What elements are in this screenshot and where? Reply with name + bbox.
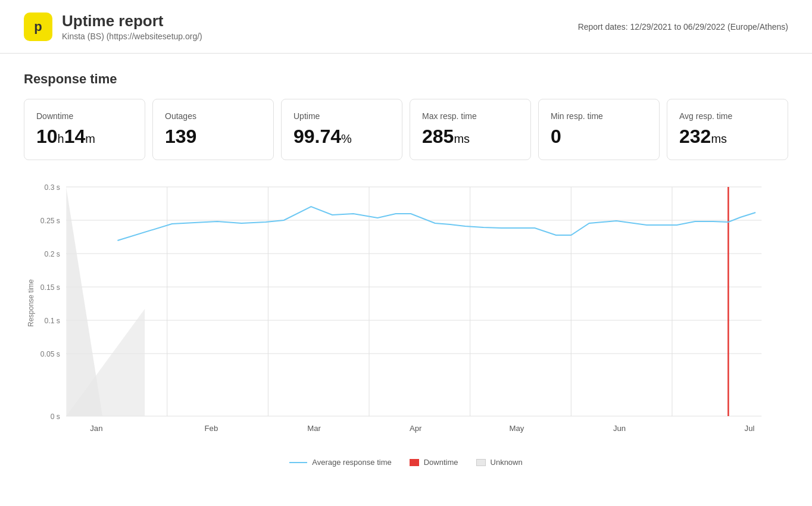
stat-avg-resp: Avg resp. time 232ms — [667, 99, 788, 160]
stat-max-resp: Max resp. time 285ms — [410, 99, 531, 160]
svg-text:Jul: Jul — [745, 424, 755, 433]
svg-text:Jun: Jun — [613, 424, 626, 433]
svg-text:0.1 s: 0.1 s — [45, 317, 60, 325]
page-subtitle: Kinsta (BS) (https://websitesetup.org/) — [62, 32, 202, 41]
stat-downtime-value: 10h14m — [36, 126, 133, 148]
stat-max-resp-value: 285ms — [422, 126, 519, 148]
legend-avg-line — [289, 462, 307, 463]
svg-text:0.15 s: 0.15 s — [40, 283, 60, 292]
legend-downtime-box — [410, 459, 419, 466]
svg-text:0.2 s: 0.2 s — [45, 250, 60, 258]
svg-text:Mar: Mar — [307, 424, 321, 433]
stat-uptime: Uptime 99.74% — [281, 99, 402, 160]
legend-avg-response: Average response time — [289, 458, 391, 467]
legend-avg-label: Average response time — [312, 458, 391, 467]
response-time-chart: 0.3 s 0.25 s 0.2 s 0.15 s 0.1 s 0.05 s 0… — [24, 178, 788, 452]
svg-text:Response time: Response time — [27, 279, 35, 327]
chart-container: 0.3 s 0.25 s 0.2 s 0.15 s 0.1 s 0.05 s 0… — [24, 178, 788, 452]
legend-unknown: Unknown — [476, 458, 523, 467]
stat-min-resp: Min resp. time 0 — [538, 99, 660, 160]
svg-text:Apr: Apr — [410, 424, 422, 433]
legend-unknown-box — [476, 459, 486, 466]
stat-downtime: Downtime 10h14m — [24, 99, 145, 160]
legend-unknown-label: Unknown — [491, 458, 523, 467]
svg-text:Jan: Jan — [90, 424, 102, 433]
legend-downtime: Downtime — [410, 458, 458, 467]
svg-text:0 s: 0 s — [51, 413, 60, 421]
section-title: Response time — [24, 71, 788, 87]
page-header: p Uptime report Kinsta (BS) (https://web… — [0, 0, 812, 54]
stat-avg-resp-label: Avg resp. time — [679, 111, 776, 121]
svg-rect-0 — [66, 184, 761, 416]
svg-text:May: May — [509, 424, 524, 433]
stat-outages: Outages 139 — [152, 99, 274, 160]
page-title: Uptime report — [62, 12, 202, 30]
response-time-line — [117, 207, 755, 240]
stat-max-resp-label: Max resp. time — [422, 111, 519, 121]
header-left: p Uptime report Kinsta (BS) (https://web… — [24, 12, 202, 41]
svg-text:Feb: Feb — [205, 424, 218, 433]
legend-downtime-label: Downtime — [424, 458, 458, 467]
stats-grid: Downtime 10h14m Outages 139 Uptime 99.74… — [24, 99, 788, 160]
logo: p — [24, 13, 52, 41]
chart-legend: Average response time Downtime Unknown — [24, 458, 788, 467]
stat-outages-value: 139 — [165, 126, 261, 148]
stat-downtime-label: Downtime — [36, 111, 133, 121]
stat-min-resp-label: Min resp. time — [551, 111, 647, 121]
main-content: Response time Downtime 10h14m Outages 13… — [0, 54, 812, 470]
svg-text:0.05 s: 0.05 s — [40, 350, 60, 358]
svg-text:0.25 s: 0.25 s — [40, 217, 60, 225]
stat-uptime-label: Uptime — [293, 111, 390, 121]
stat-avg-resp-value: 232ms — [679, 126, 776, 148]
svg-text:0.3 s: 0.3 s — [45, 183, 60, 192]
header-info: Uptime report Kinsta (BS) (https://websi… — [62, 12, 202, 41]
stat-outages-label: Outages — [165, 111, 261, 121]
stat-min-resp-value: 0 — [551, 126, 647, 148]
report-dates: Report dates: 12/29/2021 to 06/29/2022 (… — [578, 22, 788, 32]
stat-uptime-value: 99.74% — [293, 126, 390, 148]
